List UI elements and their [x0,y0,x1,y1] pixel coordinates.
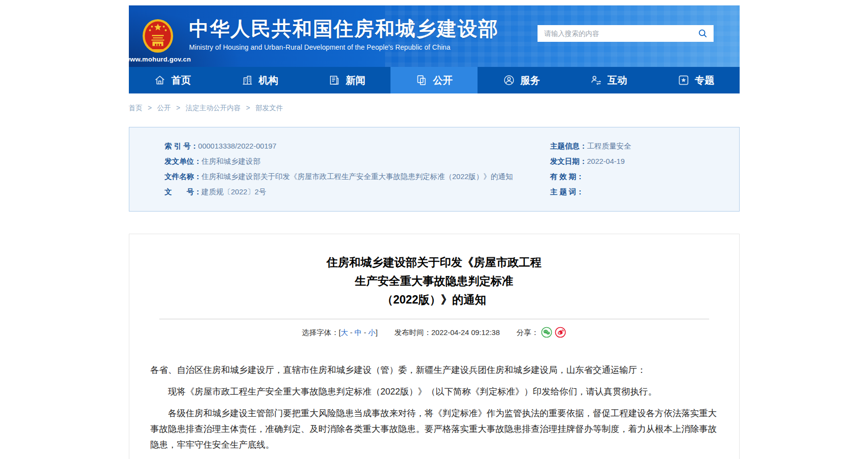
info-label: 有 效 期： [550,172,584,181]
nav-label: 服务 [520,74,540,87]
article-toolbar: 选择字体：[大-中-小]发布时间：2022-04-24 09:12:38分享： [150,327,718,341]
breadcrumb-separator: > [246,104,250,112]
site-title: 中华人民共和国住房和城乡建设部 [189,17,499,40]
nav-item-home[interactable]: 首页 [129,67,216,93]
services-icon [503,74,515,87]
info-value: 建质规〔2022〕2号 [202,187,267,196]
nav-label: 专题 [695,74,715,87]
info-row-validity-period: 有 效 期： [550,169,739,184]
font-size-medium-link[interactable]: 中 [355,328,362,337]
info-row-subject-info: 主题信息：工程质量安全 [550,138,739,153]
info-row-issue-date: 发文日期：2022-04-19 [550,153,739,169]
info-value: 住房和城乡建设部 [202,157,261,165]
wechat-icon[interactable] [541,327,552,341]
info-label: 索 引 号： [165,142,198,150]
breadcrumb: 首页 > 公开 > 法定主动公开内容 > 部发文件 [129,103,740,113]
info-value: 000013338/2022-00197 [198,142,276,150]
info-row-subject-words: 主 题 词： [550,184,739,199]
info-label: 发文日期： [550,157,587,165]
search-icon[interactable] [692,25,714,42]
publish-time-label: 发布时间： [394,328,431,337]
article-container: 住房和城乡建设部关于印发《房屋市政工程 生产安全重大事故隐患判定标准 （2022… [129,234,740,459]
bracket-close: ] [376,328,378,337]
breadcrumb-current: 部发文件 [255,104,283,112]
font-size-large-link[interactable]: 大 [341,328,348,337]
nav-item-services[interactable]: 服务 [478,67,565,93]
info-row-document-number: 文 号：建质规〔2022〕2号 [165,184,550,199]
font-size-separator: - [350,328,353,337]
search-box [538,25,714,42]
site-title-english: Ministry of Housing and Urban-Rural Deve… [189,43,499,51]
font-size-label: 选择字体： [302,328,339,337]
nav-item-news[interactable]: 新闻 [303,67,390,93]
document-info-box: 索 引 号：000013338/2022-00197 发文单位：住房和城乡建设部… [129,127,740,212]
info-row-document-name: 文件名称：住房和城乡建设部关于印发《房屋市政工程生产安全重大事故隐患判定标准（2… [165,169,550,184]
site-banner: www.mohurd.gov.cn 中华人民共和国住房和城乡建设部 Minist… [129,5,740,67]
info-label: 主 题 词： [550,187,584,196]
nav-label: 机构 [259,74,278,87]
search-input[interactable] [538,25,692,42]
page-container: www.mohurd.gov.cn 中华人民共和国住房和城乡建设部 Minist… [129,5,740,459]
nav-item-organization[interactable]: 机构 [216,67,303,93]
article-paragraph: 现将《房屋市政工程生产安全重大事故隐患判定标准（2022版）》（以下简称《判定标… [150,384,718,399]
site-url: www.mohurd.gov.cn [129,56,191,63]
topics-icon [677,74,690,87]
info-value: 工程质量安全 [587,142,631,150]
article-title-line: 住房和城乡建设部关于印发《房屋市政工程 [150,253,718,272]
info-label: 主题信息： [550,142,587,150]
breadcrumb-separator: > [148,104,151,112]
document-info-left-column: 索 引 号：000013338/2022-00197 发文单位：住房和城乡建设部… [129,138,550,199]
info-row-issuing-unit: 发文单位：住房和城乡建设部 [165,153,550,169]
nav-label: 新闻 [346,74,365,87]
nav-label: 首页 [171,74,191,87]
article-title-line: （2022版）》的通知 [150,290,718,309]
nav-label: 公开 [433,74,452,87]
breadcrumb-home[interactable]: 首页 [129,104,143,112]
breadcrumb-disclosure[interactable]: 公开 [157,104,171,112]
breadcrumb-separator: > [176,104,180,112]
organization-icon [241,74,254,87]
article-paragraph: 各级住房和城乡建设主管部门要把重大风险隐患当成事故来对待，将《判定标准》作为监管… [150,405,718,453]
article-title: 住房和城乡建设部关于印发《房屋市政工程 生产安全重大事故隐患判定标准 （2022… [150,253,718,309]
title-divider [159,319,709,319]
home-icon [153,74,166,87]
nav-item-interaction[interactable]: 互动 [565,67,652,93]
nav-label: 互动 [607,74,627,87]
weibo-icon[interactable] [555,327,566,341]
breadcrumb-statutory-disclosure[interactable]: 法定主动公开内容 [185,104,240,112]
news-icon [328,74,341,87]
article-body: 各省、自治区住房和城乡建设厅，直辖市住房和城乡建设（管）委，新疆生产建设兵团住房… [150,362,718,453]
article-paragraph: 各省、自治区住房和城乡建设厅，直辖市住房和城乡建设（管）委，新疆生产建设兵团住房… [150,362,718,378]
nav-item-disclosure[interactable]: 公开 [390,67,478,93]
publish-time: 2022-04-24 09:12:38 [431,328,500,337]
info-label: 发文单位： [165,157,202,165]
font-size-separator: - [364,328,366,337]
disclosure-icon [415,74,428,87]
interaction-icon [590,74,602,87]
site-title-block: 中华人民共和国住房和城乡建设部 Ministry of Housing and … [189,17,499,51]
info-value: 2022-04-19 [587,157,625,165]
nav-item-topics[interactable]: 专题 [652,67,739,93]
share-label: 分享： [516,328,539,337]
info-row-index-number: 索 引 号：000013338/2022-00197 [165,138,550,153]
info-label: 文 号： [165,187,202,196]
national-emblem-logo [142,18,174,55]
info-label: 文件名称： [165,172,202,181]
info-value: 住房和城乡建设部关于印发《房屋市政工程生产安全重大事故隐患判定标准（2022版）… [202,172,513,181]
main-nav: 首页 机构 新闻 [129,67,740,93]
document-info-right-column: 主题信息：工程质量安全 发文日期：2022-04-19 有 效 期： 主 题 词… [550,138,739,199]
article-title-line: 生产安全重大事故隐患判定标准 [150,272,718,290]
font-size-small-link[interactable]: 小 [368,328,376,337]
